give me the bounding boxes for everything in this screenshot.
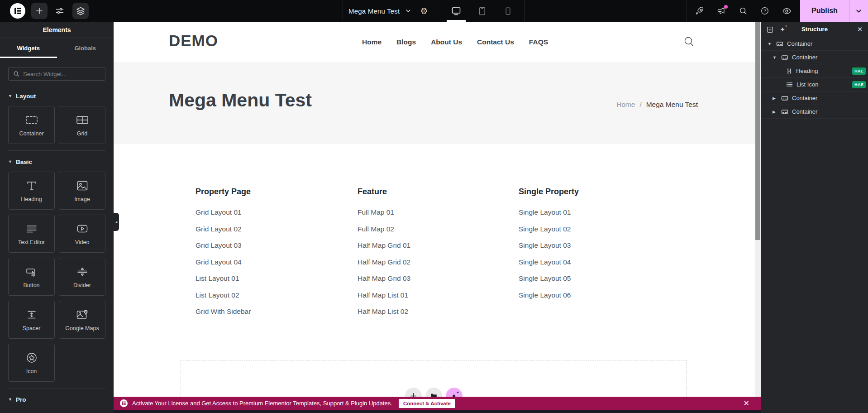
document-switcher[interactable]: Mega Menu Test	[348, 0, 411, 22]
menu-link-grid-with-sidebar[interactable]: Grid With Sidebar	[196, 303, 251, 320]
widget-card-google-maps[interactable]: Google Maps	[59, 301, 105, 339]
structure-panel: ✦✦ Structure ✕ ▼Container▼ContainerHeadi…	[761, 22, 868, 413]
tree-item-container[interactable]: ▼Container	[761, 51, 868, 64]
container-icon	[781, 109, 788, 115]
column-title: Single Property	[519, 185, 579, 198]
responsive-desktop-icon[interactable]	[444, 0, 469, 22]
menu-link-half-map-grid-03[interactable]: Half Map Grid 03	[358, 270, 410, 287]
container-icon	[781, 95, 788, 101]
topbar-divider	[437, 0, 437, 22]
nav-link-faqs[interactable]: FAQS	[529, 38, 548, 46]
site-search-icon[interactable]	[683, 35, 695, 47]
widget-section-layout: ▼LayoutContainerGrid	[8, 91, 105, 151]
widget-card-text-editor[interactable]: Text Editor	[8, 215, 55, 253]
tree-item-heading[interactable]: HeadingHAE	[761, 64, 868, 78]
tree-item-label: Container	[787, 40, 812, 47]
menu-link-single-layout-01[interactable]: Single Layout 01	[519, 204, 579, 221]
section-header-basic[interactable]: ▼Basic	[8, 157, 105, 166]
help-icon[interactable]: ?	[757, 0, 773, 22]
tree-item-container[interactable]: ▶Container	[761, 91, 868, 105]
menu-link-single-layout-03[interactable]: Single Layout 03	[519, 237, 579, 254]
column-links: Single Layout 01Single Layout 02Single L…	[519, 204, 579, 303]
widget-card-image[interactable]: Image	[59, 172, 105, 210]
widget-card-container[interactable]: Container	[8, 106, 55, 144]
preview-eye-icon[interactable]	[778, 0, 795, 22]
tree-item-container[interactable]: ▼Container	[761, 37, 868, 51]
finder-search-icon[interactable]	[735, 0, 751, 22]
menu-link-half-map-grid-02[interactable]: Half Map Grid 02	[358, 254, 410, 271]
dock-panel-icon[interactable]	[765, 22, 775, 37]
search-widget-input[interactable]	[9, 67, 105, 80]
menu-link-grid-layout-02[interactable]: Grid Layout 02	[196, 221, 251, 238]
caret-down-icon[interactable]: ▼	[768, 42, 772, 46]
elementor-logo-icon[interactable]	[10, 3, 25, 19]
widget-card-grid[interactable]: Grid	[59, 106, 105, 144]
menu-link-grid-layout-03[interactable]: Grid Layout 03	[196, 237, 251, 254]
publish-button[interactable]: Publish	[800, 7, 849, 15]
widget-card-button[interactable]: Button	[8, 258, 55, 296]
structure-layers-button[interactable]	[72, 3, 89, 19]
publish-options-chevron-icon[interactable]	[849, 8, 868, 14]
caret-right-icon[interactable]: ▶	[773, 96, 777, 101]
menu-link-single-layout-05[interactable]: Single Layout 05	[519, 270, 579, 287]
nav-link-contact-us[interactable]: Contact Us	[477, 38, 514, 46]
tab-widgets[interactable]: Widgets	[0, 38, 57, 58]
publish-button-group: Publish	[800, 0, 868, 22]
menu-link-list-layout-02[interactable]: List Layout 02	[196, 287, 251, 304]
column-title: Feature	[358, 185, 410, 198]
tab-globals[interactable]: Globals	[57, 38, 114, 58]
widget-grid: ContainerGrid	[8, 106, 105, 144]
menu-link-half-map-list-02[interactable]: Half Map List 02	[358, 303, 410, 320]
widget-label: Video	[75, 239, 90, 245]
menu-link-full-map-02[interactable]: Full Map 02	[358, 221, 410, 238]
widget-card-divider[interactable]: Divider	[59, 258, 105, 296]
column-title: Property Page	[196, 185, 251, 198]
structure-tree: ▼Container▼ContainerHeadingHAEList IconH…	[761, 37, 868, 119]
section-header-layout[interactable]: ▼Layout	[8, 91, 105, 101]
widget-card-icon[interactable]: Icon	[8, 344, 55, 382]
divider-icon	[76, 265, 89, 278]
widget-card-spacer[interactable]: Spacer	[8, 301, 55, 339]
menu-link-list-layout-01[interactable]: List Layout 01	[196, 270, 251, 287]
menu-link-single-layout-06[interactable]: Single Layout 06	[519, 287, 579, 304]
site-logo[interactable]: DEMO	[169, 32, 218, 50]
caret-right-icon[interactable]: ▶	[773, 110, 777, 114]
menu-link-grid-layout-01[interactable]: Grid Layout 01	[196, 204, 251, 221]
widget-card-heading[interactable]: Heading	[8, 172, 55, 210]
menu-link-half-map-list-01[interactable]: Half Map List 01	[358, 287, 410, 304]
tree-item-container[interactable]: ▶Container	[761, 105, 868, 119]
container-icon	[25, 114, 38, 126]
site-settings-sliders-icon[interactable]	[52, 3, 68, 19]
ai-sparkle-icon[interactable]: ✦✦	[777, 22, 787, 37]
nav-link-home[interactable]: Home	[362, 38, 382, 46]
menu-link-single-layout-02[interactable]: Single Layout 02	[519, 221, 579, 238]
widget-card-video[interactable]: Video	[59, 215, 105, 253]
menu-link-half-map-grid-01[interactable]: Half Map Grid 01	[358, 237, 410, 254]
section-header-pro[interactable]: ▼Pro	[8, 395, 105, 404]
heading-icon	[25, 179, 38, 192]
launchpad-rocket-icon[interactable]	[692, 0, 708, 22]
tree-item-list-icon[interactable]: List IconHAE	[761, 78, 868, 91]
add-element-button[interactable]	[31, 3, 48, 19]
menu-link-single-layout-04[interactable]: Single Layout 04	[519, 254, 579, 271]
nav-link-about-us[interactable]: About Us	[431, 38, 462, 46]
canvas-scrollbar[interactable]	[755, 22, 761, 413]
nav-link-blogs[interactable]: Blogs	[396, 38, 416, 46]
whats-new-megaphone-icon[interactable]	[713, 0, 730, 22]
connect-activate-button[interactable]: Connect & Activate	[399, 399, 455, 408]
section-label: Layout	[16, 93, 36, 100]
caret-down-icon[interactable]: ▼	[773, 55, 777, 60]
panel-collapse-handle[interactable]: ◂	[114, 213, 119, 231]
topbar-divider	[524, 0, 525, 22]
menu-link-full-map-01[interactable]: Full Map 01	[358, 204, 410, 221]
scrollbar-thumb[interactable]	[755, 22, 760, 240]
menu-link-grid-layout-04[interactable]: Grid Layout 04	[196, 254, 251, 271]
page-footer-edge	[114, 410, 761, 413]
responsive-tablet-icon[interactable]	[469, 0, 495, 22]
banner-close-icon[interactable]: ✕	[744, 397, 749, 410]
page-settings-gear-icon[interactable]: ⚙	[416, 0, 432, 22]
breadcrumb-home-link[interactable]: Home	[616, 101, 635, 109]
responsive-mobile-icon[interactable]	[495, 0, 520, 22]
structure-close-icon[interactable]: ✕	[855, 22, 864, 37]
heading-icon	[786, 68, 792, 74]
